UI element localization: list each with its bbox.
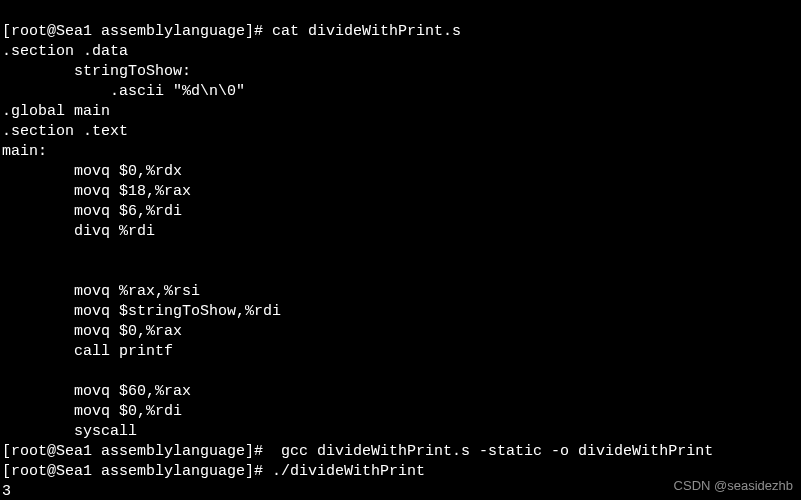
source-line: movq $18,%rax bbox=[2, 183, 191, 200]
source-line: movq $6,%rdi bbox=[2, 203, 182, 220]
source-line: call printf bbox=[2, 343, 173, 360]
shell-prompt: [root@Sea1 assemblylanguage]# bbox=[2, 463, 263, 480]
source-line: .section .data bbox=[2, 43, 128, 60]
source-line: .ascii "%d\n\0" bbox=[2, 83, 245, 100]
source-line: movq $stringToShow,%rdi bbox=[2, 303, 281, 320]
command-cat: cat divideWithPrint.s bbox=[272, 23, 461, 40]
command-gcc: gcc divideWithPrint.s -static -o divideW… bbox=[272, 443, 713, 460]
source-line: divq %rdi bbox=[2, 223, 155, 240]
source-line: movq $60,%rax bbox=[2, 383, 191, 400]
source-line: syscall bbox=[2, 423, 137, 440]
source-line: stringToShow: bbox=[2, 63, 191, 80]
source-line: movq $0,%rax bbox=[2, 323, 182, 340]
source-line: movq $0,%rdi bbox=[2, 403, 182, 420]
terminal-window[interactable]: [root@Sea1 assemblylanguage]# cat divide… bbox=[0, 0, 801, 500]
shell-prompt: [root@Sea1 assemblylanguage]# bbox=[2, 443, 263, 460]
program-output: 3 bbox=[2, 483, 11, 500]
command-run: ./divideWithPrint bbox=[272, 463, 425, 480]
source-line: .section .text bbox=[2, 123, 128, 140]
shell-prompt: [root@Sea1 assemblylanguage]# bbox=[2, 23, 263, 40]
watermark-text: CSDN @seasidezhb bbox=[674, 476, 793, 496]
source-line: movq %rax,%rsi bbox=[2, 283, 200, 300]
source-line: main: bbox=[2, 143, 47, 160]
source-line: movq $0,%rdx bbox=[2, 163, 182, 180]
source-line: .global main bbox=[2, 103, 110, 120]
